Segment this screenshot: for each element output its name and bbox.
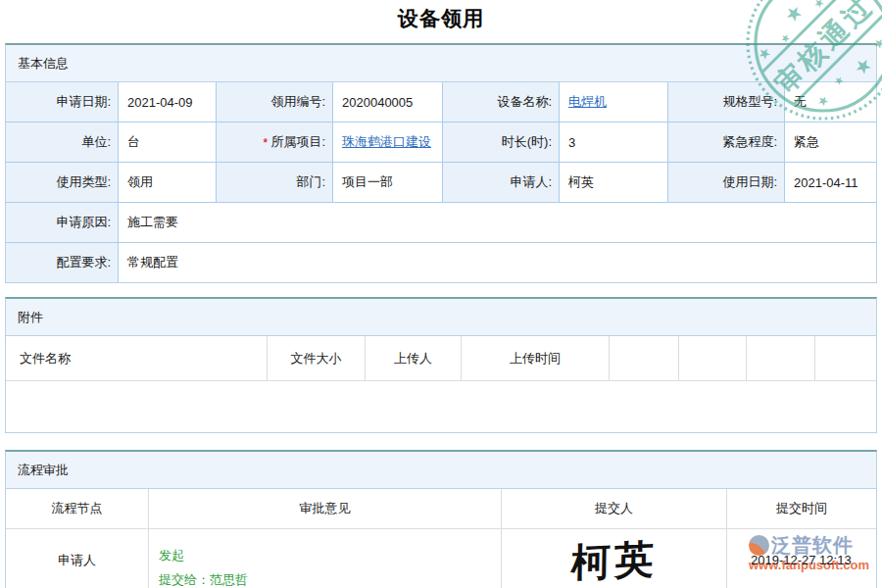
basic-info-section: 基本信息 申请日期: 2021-04-09 领用编号: 2020040005 设… [5, 43, 877, 283]
section-title-label: 附件 [18, 309, 43, 326]
field-value-use-date: 2021-04-11 [785, 163, 876, 203]
project-link[interactable]: 珠海鹤港口建设 [342, 133, 431, 151]
field-value-device-name: 电焊机 [560, 82, 668, 122]
field-value-urgency: 紧急 [785, 122, 876, 163]
field-label-apply-reason: 申请原因: [6, 203, 119, 243]
field-value-requisition-no: 2020040005 [333, 82, 443, 122]
column-header-file-size: 文件大小 [268, 336, 366, 381]
column-header-approval-opinion: 审批意见 [149, 489, 502, 529]
approval-section-title: 流程审批 [6, 452, 876, 489]
field-label-requisition-no: 领用编号: [217, 82, 333, 122]
section-title-label: 基本信息 [18, 55, 69, 73]
section-title-label: 流程审批 [18, 462, 69, 479]
approval-submitter-cell: 柯英 [502, 529, 727, 588]
field-label-department: 部门: [217, 163, 333, 203]
field-label-applicant: 申请人: [443, 163, 560, 203]
field-label-device-name: 设备名称: [443, 82, 560, 122]
approval-node-cell: 申请人 [6, 529, 149, 588]
field-value-config-req: 常规配置 [119, 243, 876, 282]
column-header-flow-node: 流程节点 [6, 489, 149, 529]
field-label-config-req: 配置要求: [6, 243, 119, 282]
column-header-submit-time: 提交时间 [727, 489, 876, 529]
basic-info-section-title: 基本信息 [6, 45, 876, 82]
column-header-empty [815, 336, 876, 381]
submit-time: 2019-12-27 12:13 [751, 553, 852, 567]
approval-table-header: 流程节点 审批意见 提交人 提交时间 [6, 489, 876, 529]
approval-opinion-cell: 发起 提交给：范思哲 [149, 529, 502, 588]
field-label-project: * 所属项目: [217, 122, 333, 163]
field-label-use-type: 使用类型: [6, 163, 119, 203]
field-value-apply-reason: 施工需要 [119, 203, 876, 243]
field-value-project: 珠海鹤港口建设 [333, 122, 443, 163]
field-value-department: 项目一部 [333, 163, 443, 203]
approval-table-row: 申请人 发起 提交给：范思哲 柯英 泛普软件 www.fanpusoft.com… [6, 529, 876, 588]
field-value-applicant: 柯英 [560, 163, 668, 203]
approval-submit-time-cell: 泛普软件 www.fanpusoft.com 2019-12-27 12:13 [727, 529, 876, 588]
field-label-apply-date: 申请日期: [6, 82, 119, 122]
field-label-urgency: 紧急程度: [668, 122, 785, 163]
attachments-section-title: 附件 [6, 299, 876, 336]
column-header-file-name: 文件名称 [6, 336, 268, 381]
column-header-upload-time: 上传时间 [462, 336, 610, 381]
opinion-line-submit-to: 提交给：范思哲 [159, 567, 248, 588]
attachments-section: 附件 文件名称 文件大小 上传人 上传时间 [5, 297, 877, 433]
page-title: 设备领用 [0, 5, 882, 32]
basic-info-table: 申请日期: 2021-04-09 领用编号: 2020040005 设备名称: … [6, 82, 876, 282]
field-label-project-text: 所属项目: [270, 133, 325, 151]
device-name-link[interactable]: 电焊机 [568, 93, 607, 111]
required-asterisk: * [263, 135, 268, 150]
field-label-unit: 单位: [6, 122, 119, 163]
attachments-table-header: 文件名称 文件大小 上传人 上传时间 [6, 336, 876, 381]
field-value-duration: 3 [560, 122, 668, 163]
field-value-apply-date: 2021-04-09 [119, 82, 217, 122]
column-header-empty [747, 336, 815, 381]
submitter-signature: 柯英 [570, 531, 658, 588]
field-label-use-date: 使用日期: [668, 163, 785, 203]
field-label-duration: 时长(时): [443, 122, 560, 163]
field-value-spec-model: 无 [785, 82, 876, 122]
column-header-submitter: 提交人 [502, 489, 727, 529]
attachments-empty-body [6, 381, 876, 432]
column-header-uploader: 上传人 [366, 336, 462, 381]
column-header-empty [610, 336, 679, 381]
field-label-spec-model: 规格型号: [668, 82, 785, 122]
field-value-unit: 台 [119, 122, 217, 163]
opinion-line-initiate: 发起 [159, 543, 248, 567]
column-header-empty [679, 336, 747, 381]
field-value-use-type: 领用 [119, 163, 217, 203]
approval-section: 流程审批 流程节点 审批意见 提交人 提交时间 申请人 发起 提交给：范思哲 柯… [5, 450, 877, 588]
